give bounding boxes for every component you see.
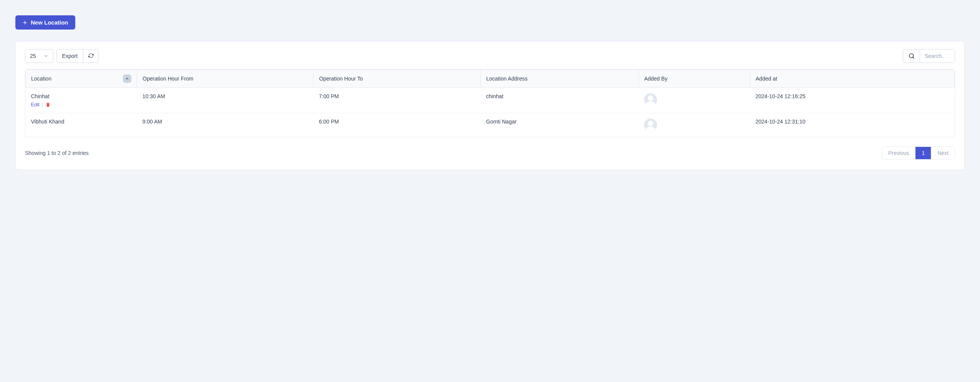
next-label: Next [937, 150, 949, 156]
previous-label: Previous [888, 150, 909, 156]
table-row[interactable]: Vibhuti Khand9:00 AM6:00 PMGomti Nagar20… [26, 113, 955, 137]
refresh-icon [88, 53, 94, 59]
avatar [644, 119, 657, 132]
column-label: Added at [756, 76, 777, 82]
pagination-page-1[interactable]: 1 [915, 147, 931, 159]
entries-info: Showing 1 to 2 of 2 entries [25, 150, 89, 156]
toolbar: 25 Export [16, 49, 964, 69]
sort-asc-icon [123, 74, 131, 83]
column-label: Operation Hour To [319, 76, 363, 82]
location-name: Vibhuti Khand [31, 119, 132, 125]
table-footer: Showing 1 to 2 of 2 entries Previous 1 N… [16, 137, 964, 160]
cell-added-at: 2024-10-24 12:16:25 [750, 88, 954, 113]
new-location-button[interactable]: New Location [15, 15, 75, 30]
table-row[interactable]: ChinhatEdit|10:30 AM7:00 PMchinhat2024-1… [26, 88, 955, 113]
page-size-select[interactable]: 25 [25, 49, 53, 63]
avatar [644, 93, 657, 106]
cell-address: chinhat [481, 88, 639, 113]
column-header-address[interactable]: Location Address [481, 70, 639, 88]
table-container: Location Operation Hour From [25, 69, 955, 137]
column-header-hour-to[interactable]: Operation Hour To [313, 70, 480, 88]
column-label: Location Address [486, 76, 527, 82]
cell-hour-to: 7:00 PM [313, 88, 480, 113]
edit-link[interactable]: Edit [31, 102, 40, 107]
column-label: Added By [644, 76, 668, 82]
search-icon [903, 49, 920, 63]
export-label: Export [62, 53, 78, 59]
refresh-button[interactable] [83, 49, 99, 63]
cell-location: ChinhatEdit| [26, 88, 137, 113]
cell-added-by [639, 113, 750, 137]
action-divider: | [42, 102, 43, 107]
cell-location: Vibhuti Khand [26, 113, 137, 137]
cell-hour-from: 9:00 AM [137, 113, 314, 137]
search-input[interactable] [920, 49, 955, 63]
page-number: 1 [922, 150, 925, 156]
cell-address: Gomti Nagar [481, 113, 639, 137]
column-header-location[interactable]: Location [26, 70, 137, 88]
cell-hour-to: 6:00 PM [313, 113, 480, 137]
search-wrapper [903, 49, 955, 63]
trash-icon[interactable] [45, 102, 51, 107]
location-name: Chinhat [31, 93, 132, 99]
chevron-down-icon [44, 54, 48, 58]
locations-table: Location Operation Hour From [25, 69, 955, 137]
column-header-added-by[interactable]: Added By [639, 70, 750, 88]
cell-added-at: 2024-10-24 12:31:10 [750, 113, 954, 137]
page-size-value: 25 [30, 53, 36, 59]
cell-added-by [639, 88, 750, 113]
column-header-hour-from[interactable]: Operation Hour From [137, 70, 314, 88]
toolbar-left: 25 Export [25, 49, 99, 63]
pagination-previous[interactable]: Previous [882, 147, 915, 159]
plus-icon [22, 20, 28, 25]
pagination-next[interactable]: Next [931, 147, 955, 159]
column-label: Operation Hour From [142, 76, 193, 82]
column-label: Location [31, 76, 51, 82]
column-header-added-at[interactable]: Added at [750, 70, 954, 88]
svg-line-3 [913, 57, 914, 58]
export-button[interactable]: Export [56, 49, 83, 63]
cell-hour-from: 10:30 AM [137, 88, 314, 113]
button-group: Export [56, 49, 99, 63]
row-actions: Edit| [31, 102, 132, 107]
locations-card: 25 Export [15, 41, 965, 170]
pagination: Previous 1 Next [882, 147, 955, 160]
new-location-label: New Location [31, 19, 68, 26]
